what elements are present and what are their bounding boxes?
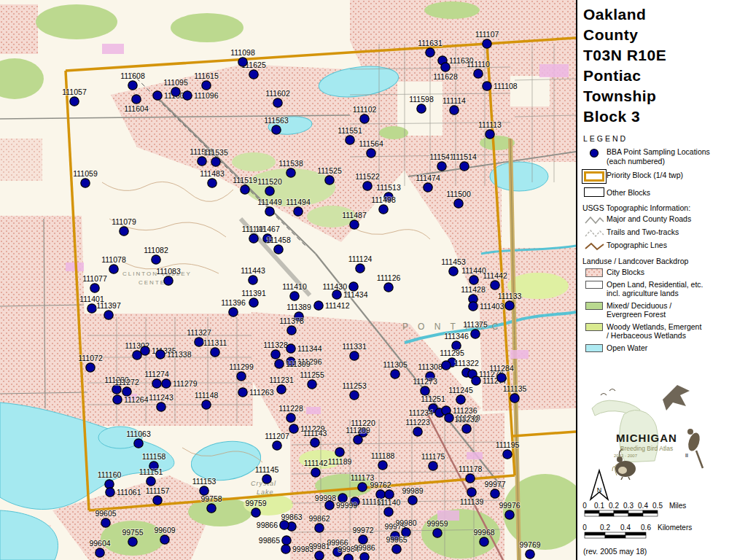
bba-point-111487 (350, 220, 359, 229)
bba-point-111378 (287, 326, 296, 335)
bba-point-111175 (429, 462, 437, 470)
bba-point-label: 111098 (230, 48, 255, 57)
bba-point-label: 111602 (265, 89, 290, 98)
scale-tick-label: 0 (582, 502, 587, 510)
bba-point-111096 (183, 91, 192, 100)
scale-unit-label: Kilometers (658, 524, 692, 532)
bba-point-111264 (113, 395, 122, 404)
bba-point-111102 (360, 114, 369, 123)
legend-label: City Blocks (607, 268, 644, 277)
bba-point-label: 111522 (355, 172, 380, 181)
bba-point-label: 111153 (192, 477, 217, 486)
bba-point-label: 111514 (452, 152, 477, 161)
bba-point-label: 99759 (245, 499, 266, 508)
scale-bar-segment (585, 510, 599, 513)
bba-point-icon (582, 147, 607, 158)
north-label: N (597, 486, 602, 494)
bba-point-label: 111305 (383, 360, 408, 369)
scale-bar-segment (643, 510, 658, 513)
bba-point-111143 (311, 438, 319, 447)
legend-item-roads: Major and County Roads (577, 213, 729, 226)
hawk-icon (663, 385, 690, 411)
bba-point-label: 111428 (461, 285, 486, 294)
legend-item-forest: Mixed/ Deciduous / Evergreen Forest (577, 300, 729, 321)
bba-point-label: 111308 (418, 362, 443, 371)
bba-point-label: 111628 (433, 72, 458, 81)
legend-item-topo-lines: Topographic Lnes (577, 239, 729, 252)
bba-point-111522 (363, 182, 372, 190)
bba-point-label: 111500 (446, 190, 471, 198)
bba-point-label: 111139 (460, 497, 484, 506)
bba-point-label: 111255 (300, 370, 324, 379)
bba-point-111625 (249, 70, 258, 79)
scale-tick-label: 0.3 (623, 502, 634, 510)
bba-point-111077 (90, 284, 99, 292)
bba-point-111240 (445, 413, 453, 422)
bba-point-label: 111245 (448, 386, 473, 394)
bba-point-111140 (384, 508, 393, 516)
bba-point-label: 111253 (342, 381, 367, 390)
bba-point-label: 111178 (459, 464, 483, 473)
bba-point-111483 (208, 179, 217, 187)
bba-point-111335 (141, 346, 149, 355)
bba-point-label: 111410 (282, 282, 307, 291)
bba-point-111442 (491, 281, 499, 289)
bba-point-111302 (133, 351, 141, 359)
bba-point-label: 99755 (122, 528, 143, 537)
legend-label: Open Water (607, 343, 647, 353)
bba-point-99976 (505, 510, 514, 519)
bba-point-111195 (503, 450, 512, 459)
bba-point-label: 111299 (229, 362, 254, 371)
bba-point-label: 111604 (124, 104, 149, 113)
bba-point-111279 (162, 379, 171, 388)
bba-point-99968 (480, 537, 488, 546)
bba-point-label: 99865 (259, 536, 280, 545)
bba-point-111311 (211, 348, 219, 357)
scale-bar-segment (599, 513, 614, 516)
title-line: Oakland (583, 4, 729, 25)
bba-point-99989 (408, 496, 417, 505)
logo-years: 2002 - 2007 (614, 454, 638, 458)
bba-point-111403 (469, 302, 477, 311)
bba-point-111148 (202, 400, 211, 409)
bba-point-111615 (202, 81, 211, 90)
bba-point-111098 (238, 58, 247, 66)
bba-point-111331 (350, 351, 359, 360)
bba-point-111563 (272, 125, 281, 134)
perched-bird-icon (686, 429, 703, 468)
bba-point-111598 (417, 104, 426, 113)
bba-point-111514 (460, 162, 469, 171)
scale-tick-label: 0.2 (600, 524, 610, 532)
bba-point-label: 111391 (241, 289, 266, 298)
bba-point-111189 (335, 448, 344, 456)
scale-tick-label: 0.2 (609, 502, 619, 510)
bba-point-111309 (275, 359, 284, 368)
usgs-heading: USGS Topographic Information: (577, 199, 729, 213)
bba-point-label: 111095 (163, 78, 188, 87)
bba-point-label: 111108 (494, 82, 518, 90)
bba-point-111277 (472, 376, 480, 385)
bba-point-111223 (413, 427, 422, 436)
scale-bar-segment (625, 535, 646, 538)
scale-bar-segment (605, 532, 625, 535)
bba-point-111396 (229, 308, 238, 316)
bba-point-111500 (454, 199, 463, 208)
bba-point-111142 (311, 468, 320, 477)
title-line: T03N R10E (583, 45, 729, 66)
bba-point-111458 (274, 245, 283, 254)
landuse-heading: Landuse / Landcover Backdrop (577, 252, 729, 266)
legend-label: Trails and Two-tracks (607, 228, 679, 237)
scale-bar-segment (585, 535, 605, 538)
bba-point-label: 111234 (409, 408, 434, 417)
bba-point (385, 490, 394, 499)
scale-bar-segment (643, 513, 658, 516)
bba-point-label: 111133 (498, 292, 522, 300)
bba-point-label: 99989 (402, 486, 423, 495)
bba-point-label: 111494 (286, 198, 311, 206)
scale-tick-label: 0.6 (641, 524, 651, 532)
bba-point-label: 111272 (114, 378, 139, 386)
bba-point-label: 99998 (315, 494, 336, 502)
bba-point-label: 111124 (348, 254, 373, 263)
bba-point-111108 (483, 82, 491, 90)
bba-point-label: 111279 (173, 379, 198, 388)
